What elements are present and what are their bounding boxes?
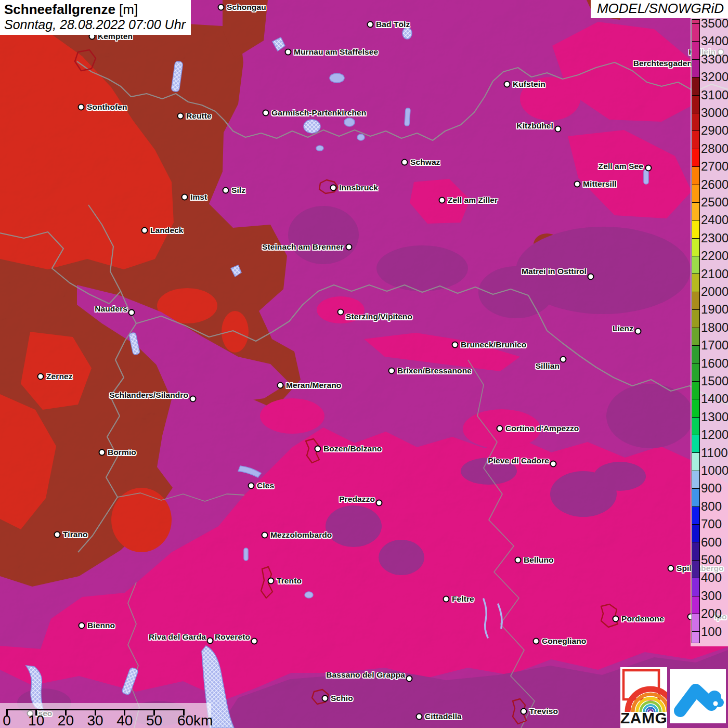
legend-cell-29 — [692, 525, 699, 542]
legend-cell-28 — [692, 507, 699, 525]
title-unit: [m] — [119, 2, 138, 17]
legend-cell-30 — [692, 542, 699, 560]
legend-cell-35 — [692, 632, 699, 643]
legend-cell-19 — [692, 346, 699, 363]
legend-cell-15 — [692, 274, 699, 292]
legend-cell-0 — [692, 20, 699, 24]
scalebar-label-10: 10 — [28, 712, 44, 728]
legend-cell-13 — [692, 239, 699, 256]
legend-cell-23 — [692, 418, 699, 435]
legend-cell-12 — [692, 220, 699, 238]
scalebar-label-30: 30 — [87, 712, 103, 728]
legend-cell-17 — [692, 310, 699, 328]
scalebar-label-0: 0 — [3, 712, 11, 728]
legend-cell-25 — [692, 453, 699, 471]
scalebar-label-50: 50 — [146, 712, 162, 728]
legend-cell-9 — [692, 167, 699, 185]
lake-molveno — [244, 548, 248, 561]
title-box: Schneefallgrenze [m] Sonntag, 28.08.2022… — [0, 0, 191, 35]
scalebar-label-60km: 60km — [177, 712, 213, 728]
glacier-karwendel — [402, 28, 412, 39]
legend-cell-20 — [692, 363, 699, 381]
legend-cell-1 — [692, 24, 699, 42]
legend-cell-8 — [692, 149, 699, 167]
lake-achensee — [405, 108, 410, 126]
legend-cell-33 — [692, 596, 699, 614]
scalebar-label-40: 40 — [116, 712, 133, 728]
legend-cell-11 — [692, 203, 699, 220]
legend-colorbar — [692, 19, 700, 643]
zamg-rainbow-icon — [620, 667, 667, 713]
legend-cell-27 — [692, 489, 699, 506]
legend-cell-16 — [692, 292, 699, 310]
legend-cell-7 — [692, 131, 699, 149]
hillshade-texture — [0, 0, 728, 728]
legend-cell-6 — [692, 113, 699, 131]
lake-walchensee — [330, 73, 344, 83]
map-datetime: Sonntag, 28.08.2022 07:00 Uhr — [4, 17, 186, 32]
lake-zellersee — [644, 170, 648, 184]
legend-cell-22 — [692, 399, 699, 417]
legend-cell-5 — [692, 96, 699, 113]
scalebar-label-20: 20 — [58, 712, 74, 728]
legend-cell-34 — [692, 614, 699, 632]
model-label: MODEL/SNOWGRiD — [591, 0, 728, 18]
legend-cell-14 — [692, 256, 699, 274]
legend-cell-21 — [692, 382, 699, 399]
legend-cell-24 — [692, 435, 699, 453]
legend-cell-31 — [692, 561, 699, 578]
legend-cell-10 — [692, 185, 699, 203]
title-text: Schneefallgrenze — [4, 2, 115, 17]
map-title: Schneefallgrenze [m] — [4, 2, 186, 17]
zamg-logo: ZAMG — [620, 667, 667, 728]
scalebar: 0102030405060km — [0, 703, 211, 728]
weather-map — [0, 0, 728, 728]
legend-cell-32 — [692, 578, 699, 596]
snowgrid-map-screenshot: KemptenSchongauBad TölzMurnau am Staffel… — [0, 0, 728, 728]
zamg-logo-text: ZAMG — [620, 709, 667, 727]
legend-cell-2 — [692, 42, 699, 59]
legend-cell-3 — [692, 60, 699, 77]
lake-caldonazzo — [305, 592, 313, 598]
snowgrid-logo — [670, 669, 726, 723]
lake-staffelsee — [304, 120, 320, 133]
legend-cell-4 — [692, 77, 699, 95]
mountain-cloud-icon — [670, 669, 726, 723]
legend-cell-26 — [692, 471, 699, 489]
legend-cell-18 — [692, 328, 699, 346]
